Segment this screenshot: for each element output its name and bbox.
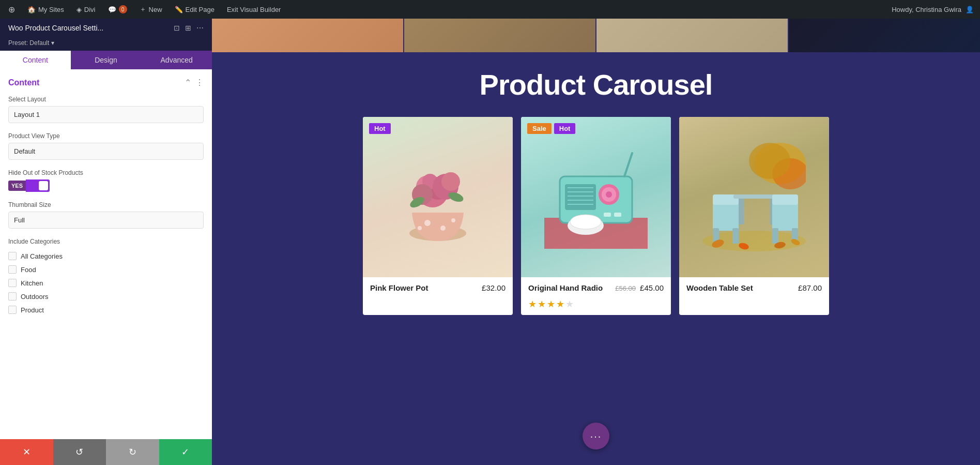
category-product-checkbox[interactable] [8, 306, 17, 314]
product-table-img [679, 117, 829, 277]
strip-image-4 [789, 19, 980, 52]
svg-rect-27 [604, 213, 611, 217]
product-view-type-label: Product View Type [8, 132, 204, 140]
product-1-info: Pink Flower Pot £32.00 [363, 277, 513, 298]
svg-rect-44 [772, 194, 798, 205]
preview-area: Product Carousel [212, 19, 980, 465]
hide-out-of-stock-toggle[interactable] [26, 179, 50, 192]
svg-rect-39 [732, 228, 739, 244]
section-title: Content [8, 78, 39, 87]
product-2-name: Original Hand Radio [528, 283, 603, 292]
comments-menu[interactable]: 💬 0 [106, 5, 129, 13]
save-icon: ✓ [181, 446, 189, 458]
svg-rect-28 [614, 213, 621, 217]
divi-menu[interactable]: ◈ Divi [74, 6, 98, 13]
grid-icon[interactable]: ⊞ [185, 24, 191, 32]
star-1: ★ [528, 298, 537, 310]
svg-point-31 [570, 215, 601, 229]
more-options-icon[interactable]: ⋯ [196, 24, 204, 32]
exit-builder-btn[interactable]: Exit Visual Builder [225, 6, 283, 13]
category-all-checkbox[interactable] [8, 252, 17, 260]
product-image-1: Hot [363, 117, 513, 277]
products-row: Hot Pink Flower Pot £32.00 [212, 117, 980, 331]
category-food-label: Food [21, 266, 36, 274]
panel-content: Content ⌃ ⋮ Select Layout Layout 1 Layou… [0, 69, 212, 439]
category-kitchen: Kitchen [8, 276, 204, 290]
category-outdoors-label: Outdoors [21, 293, 48, 301]
svg-rect-41 [739, 199, 744, 224]
hide-out-of-stock-field: Hide Out of Stock Products YES [8, 169, 204, 192]
category-kitchen-label: Kitchen [21, 279, 43, 287]
select-layout-label: Select Layout [8, 96, 204, 103]
responsive-icon[interactable]: ⊡ [174, 24, 180, 32]
admin-bar: ⊕ 🏠 My Sites ◈ Divi 💬 0 ＋ New ✏️ Edit Pa… [0, 0, 980, 19]
category-food: Food [8, 263, 204, 276]
svg-rect-45 [772, 228, 778, 244]
select-layout-field: Select Layout Layout 1 Layout 2 Layout 3 [8, 96, 204, 123]
product-2-stars: ★ ★ ★ ★ ★ [521, 298, 671, 315]
floating-action-button[interactable]: ··· [583, 423, 609, 449]
product-card-2: Sale Hot Original Hand Radio £56.00 £45.… [521, 117, 671, 315]
cancel-button[interactable]: ✕ [0, 439, 53, 465]
product-2-info: Original Hand Radio £56.00 £45.00 [521, 277, 671, 298]
carousel-heading: Product Carousel [212, 52, 980, 117]
star-3: ★ [547, 298, 555, 310]
product-1-price: £32.00 [482, 283, 506, 292]
collapse-btn[interactable]: ⌃ [185, 78, 191, 87]
strip-image-3 [596, 19, 788, 52]
toggle-yes-label: YES [8, 181, 26, 191]
svg-point-34 [749, 143, 790, 179]
hide-out-of-stock-toggle-row: YES [8, 179, 204, 192]
product-1-name: Pink Flower Pot [370, 283, 428, 292]
category-product-label: Product [21, 306, 44, 314]
chevron-down-icon: ▾ [51, 39, 54, 47]
category-all-label: All Categories [21, 252, 63, 260]
tab-design[interactable]: Design [71, 51, 142, 69]
product-view-type-dropdown[interactable]: Default Grid List [8, 143, 204, 160]
plus-icon: ＋ [140, 5, 146, 14]
product-flower-img [363, 117, 513, 277]
category-outdoors-checkbox[interactable] [8, 292, 17, 301]
category-outdoors: Outdoors [8, 290, 204, 303]
section-menu-btn[interactable]: ⋮ [195, 78, 204, 87]
user-avatar: 👤 [966, 6, 974, 13]
include-categories-label: Include Categories [8, 238, 204, 245]
category-product: Product [8, 303, 204, 317]
select-layout-dropdown[interactable]: Layout 1 Layout 2 Layout 3 [8, 106, 204, 123]
tab-advanced[interactable]: Advanced [141, 51, 212, 69]
thumbnail-size-label: Thumbnail Size [8, 201, 204, 208]
cancel-icon: ✕ [23, 446, 30, 458]
save-button[interactable]: ✓ [159, 439, 212, 465]
include-categories-field: Include Categories All Categories Food K… [8, 238, 204, 317]
tab-content[interactable]: Content [0, 51, 71, 69]
settings-panel: Woo Product Carousel Setti... ⊡ ⊞ ⋯ Pres… [0, 19, 212, 465]
hide-out-of-stock-label: Hide Out of Stock Products [8, 169, 204, 176]
product-2-price: £56.00 £45.00 [615, 283, 664, 292]
product-2-badges: Sale Hot [527, 123, 575, 134]
star-4: ★ [556, 298, 564, 310]
thumbnail-size-dropdown[interactable]: Full Medium Small [8, 212, 204, 229]
comments-badge: 0 [119, 5, 127, 13]
wordpress-icon: ⊕ [8, 5, 15, 14]
product-3-price: £87.00 [798, 283, 822, 292]
user-info: Howdy, Christina Gwira 👤 [892, 6, 974, 13]
product-image-2: Sale Hot [521, 117, 671, 277]
comment-icon: 💬 [108, 6, 116, 13]
strip-image-1 [212, 19, 403, 52]
wp-logo[interactable]: ⊕ [6, 5, 17, 14]
svg-point-26 [606, 191, 612, 198]
preset-bar[interactable]: Preset: Default ▾ [0, 37, 212, 51]
new-menu[interactable]: ＋ New [137, 5, 164, 14]
reset-button[interactable]: ↺ [53, 439, 106, 465]
category-food-checkbox[interactable] [8, 265, 17, 274]
my-sites-menu[interactable]: 🏠 My Sites [25, 6, 66, 13]
redo-button[interactable]: ↻ [106, 439, 159, 465]
badge-hot-2: Hot [554, 123, 576, 134]
redo-icon: ↻ [129, 446, 136, 458]
content-section-header: Content ⌃ ⋮ [8, 78, 204, 87]
category-kitchen-checkbox[interactable] [8, 279, 17, 287]
svg-point-4 [418, 226, 422, 230]
edit-page-btn[interactable]: ✏️ Edit Page [173, 6, 217, 13]
product-3-info: Wooden Table Set £87.00 [679, 277, 829, 298]
top-image-strip [212, 19, 980, 52]
